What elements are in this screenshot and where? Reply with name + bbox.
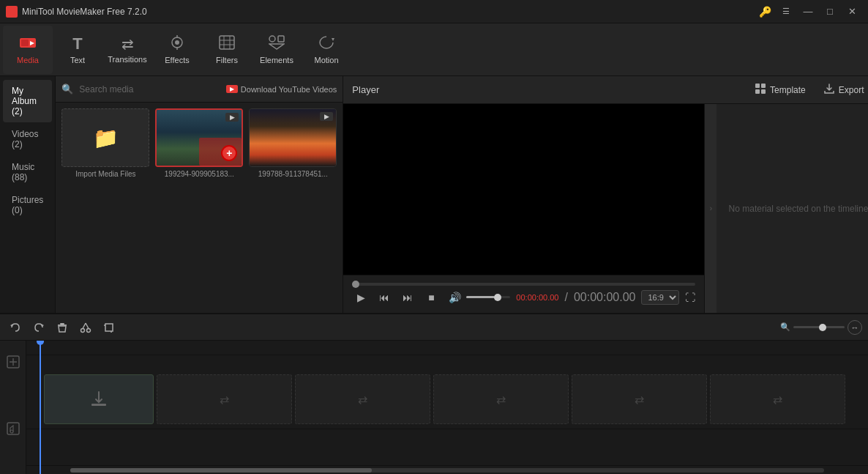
toolbar-transitions[interactable]: ⇄ Transitions (102, 26, 152, 74)
player-actions: Template Export (747, 80, 868, 100)
video2-label: 199788-911378451... (258, 170, 328, 178)
folder-icon: 📁 (62, 109, 149, 166)
progress-bar[interactable] (352, 283, 695, 286)
camera2-icon: ▶ (320, 112, 333, 121)
toolbar-filters[interactable]: Filters (202, 26, 252, 74)
add-media-track-icon[interactable] (7, 355, 20, 371)
sidebar-item-my-album[interactable]: My Album (2) (3, 80, 52, 122)
volume-track[interactable] (466, 296, 510, 298)
search-icon: 🔍 (61, 84, 73, 95)
time-separator: / (564, 291, 567, 304)
video2-item[interactable]: ▶ 199788-911378451... (249, 108, 337, 178)
video-clip-1[interactable] (44, 374, 154, 424)
svg-line-27 (86, 323, 89, 329)
key-icon: 🔑 (759, 6, 771, 18)
transition-slot-3[interactable]: ⇄ (433, 374, 569, 424)
cut-button[interactable] (76, 318, 95, 337)
time-current: 00:00:00.00 (516, 293, 558, 302)
app-title: MiniTool MovieMaker Free 7.2.0 (22, 7, 759, 17)
transition-icon-3: ⇄ (496, 393, 506, 407)
video1-item[interactable]: ▶ + 199294-909905183... (155, 108, 243, 178)
menu-button[interactable]: ☰ (776, 4, 796, 20)
window-controls: ☰ — □ ✕ (776, 4, 862, 20)
progress-handle[interactable] (352, 281, 359, 288)
volume-control: 🔊 (446, 289, 510, 306)
youtube-download-label: Download YouTube Videos (241, 85, 337, 94)
effects-label: Effects (165, 56, 189, 64)
export-button[interactable]: Export (816, 80, 868, 100)
controls-row: ▶ ⏮ ⏭ ■ 🔊 00:00:00.00 (352, 289, 695, 306)
collapse-button[interactable]: › (705, 104, 717, 313)
add-to-timeline-button[interactable]: + (221, 145, 237, 161)
stop-button[interactable]: ■ (422, 289, 440, 306)
prev-frame-button[interactable]: ⏮ (375, 289, 393, 306)
track-controls (0, 341, 26, 474)
transition-icon-5: ⇄ (773, 393, 782, 407)
export-icon (823, 83, 835, 97)
motion-label: Motion (314, 56, 338, 64)
elements-icon (269, 35, 285, 53)
svg-point-24 (81, 328, 85, 332)
toolbar-motion[interactable]: Motion (302, 26, 351, 74)
sidebar-item-music[interactable]: Music (88) (3, 156, 52, 188)
fullscreen-button[interactable]: ⛶ (685, 292, 695, 303)
scroll-track[interactable] (70, 468, 824, 473)
scroll-thumb[interactable] (70, 468, 372, 473)
minimize-button[interactable]: — (798, 4, 818, 20)
volume-handle[interactable] (494, 294, 501, 301)
sidebar-item-videos[interactable]: Videos (2) (3, 123, 52, 155)
template-button[interactable]: Template (747, 80, 813, 100)
svg-point-25 (87, 328, 91, 332)
import-media-item[interactable]: 📁 Import Media Files (61, 108, 149, 178)
transition-slot-4[interactable]: ⇄ (572, 374, 707, 424)
toolbar-effects[interactable]: Effects (152, 26, 202, 74)
text-icon: T (72, 34, 82, 53)
volume-button[interactable]: 🔊 (446, 289, 463, 306)
svg-rect-7 (220, 36, 234, 49)
time-total: 00:00:00.00 (574, 291, 636, 304)
crop-button[interactable] (100, 318, 119, 337)
playhead[interactable] (40, 341, 41, 474)
youtube-icon: ▶ (226, 85, 238, 93)
audio-track (26, 429, 868, 465)
info-side: › No material selected on the timeline (704, 104, 868, 313)
aspect-ratio-select[interactable]: 16:9 9:16 4:3 1:1 (641, 290, 679, 305)
volume-fill (466, 296, 495, 298)
add-audio-track-icon[interactable] (7, 422, 20, 437)
import-thumb[interactable]: 📁 (61, 108, 149, 167)
player-section: ▶ ⏮ ⏭ ■ 🔊 00:00:00.00 (343, 104, 704, 313)
sidebar-item-pictures[interactable]: Pictures (0) (3, 189, 52, 221)
zoom-out-icon: 🔍 (780, 322, 790, 332)
redo-button[interactable] (29, 318, 48, 337)
undo-button[interactable] (6, 318, 25, 337)
youtube-download-button[interactable]: ▶ Download YouTube Videos (226, 85, 337, 94)
timeline-toolbar: 🔍 ↔ (0, 314, 868, 341)
player-controls: ▶ ⏮ ⏭ ■ 🔊 00:00:00.00 (343, 275, 704, 313)
zoom-handle[interactable] (819, 324, 826, 331)
svg-rect-1 (21, 40, 29, 46)
svg-marker-15 (332, 38, 334, 41)
toolbar-elements[interactable]: Elements (252, 26, 302, 74)
template-icon (755, 83, 766, 97)
video2-thumb[interactable]: ▶ (249, 108, 337, 167)
close-button[interactable]: ✕ (842, 4, 862, 20)
delete-button[interactable] (53, 318, 72, 337)
h-scrollbar[interactable] (26, 465, 868, 474)
fit-button[interactable]: ↔ (848, 320, 862, 335)
toolbar-media[interactable]: Media (3, 26, 53, 74)
transition-slot-2[interactable]: ⇄ (295, 374, 430, 424)
zoom-track[interactable] (793, 326, 845, 328)
transition-slot-5[interactable]: ⇄ (710, 374, 845, 424)
video1-thumb[interactable]: ▶ + (155, 108, 243, 167)
next-frame-button[interactable]: ⏭ (399, 289, 416, 306)
maximize-button[interactable]: □ (820, 4, 840, 20)
sidebar: My Album (2) Videos (2) Music (88) Pictu… (0, 76, 56, 313)
play-button[interactable]: ▶ (352, 289, 370, 306)
transition-slot-1[interactable]: ⇄ (157, 374, 292, 424)
tracks-area: ⇄ ⇄ ⇄ ⇄ ⇄ (26, 341, 868, 474)
effects-icon (169, 35, 185, 53)
video-track: ⇄ ⇄ ⇄ ⇄ ⇄ (26, 370, 868, 429)
toolbar-text[interactable]: T Text (53, 26, 102, 74)
svg-marker-14 (269, 44, 284, 49)
svg-rect-19 (761, 89, 766, 94)
